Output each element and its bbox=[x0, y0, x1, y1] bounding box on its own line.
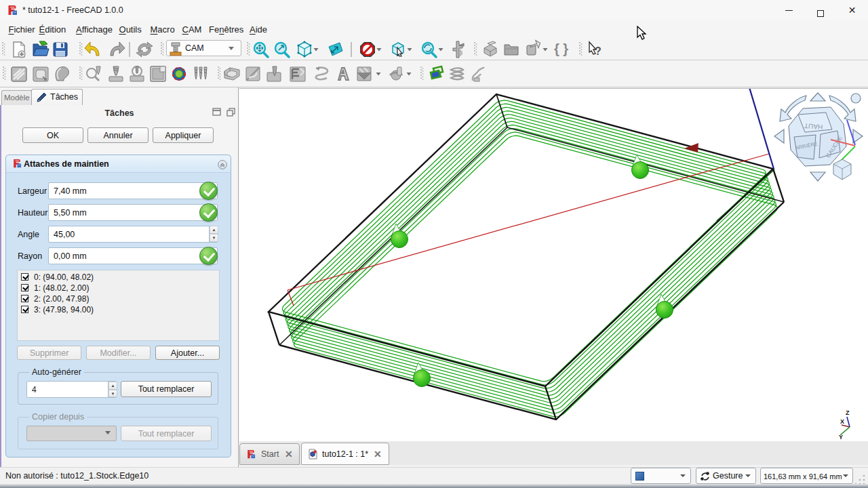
svg-text:{ }: { } bbox=[554, 41, 568, 56]
svg-text:Y: Y bbox=[839, 434, 843, 441]
svg-text:X: X bbox=[840, 418, 844, 425]
svg-text:?: ? bbox=[595, 45, 601, 57]
svg-text:Z: Z bbox=[846, 409, 850, 416]
svg-text:HAUT: HAUT bbox=[804, 122, 823, 131]
